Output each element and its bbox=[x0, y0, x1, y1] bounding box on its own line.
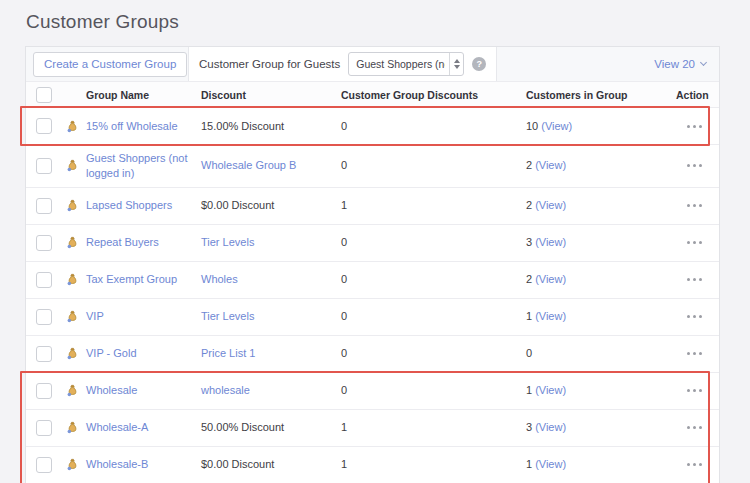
group-name-link[interactable]: Wholesale-B bbox=[86, 451, 201, 478]
customers-count: 2 bbox=[526, 272, 532, 287]
group-name-link[interactable]: Tax Exempt Group bbox=[86, 266, 201, 293]
group-name-link[interactable]: Lapsed Shoppers bbox=[86, 192, 201, 219]
customer-group-icon bbox=[66, 120, 79, 133]
chevron-down-icon bbox=[700, 59, 707, 66]
ellipsis-icon[interactable] bbox=[683, 274, 705, 285]
question-circle-icon[interactable]: ? bbox=[472, 57, 486, 71]
discount-value: $0.00 Discount bbox=[201, 192, 341, 219]
group-name-link[interactable]: Repeat Buyers bbox=[86, 229, 201, 256]
customers-count: 2 bbox=[526, 158, 532, 173]
view-customers-link[interactable]: (View) bbox=[535, 198, 566, 213]
group-name-link[interactable]: Wholesale-A bbox=[86, 414, 201, 441]
group-discounts-count: 0 bbox=[341, 340, 526, 367]
view-customers-link[interactable]: (View) bbox=[535, 420, 566, 435]
guests-group-label: Customer Group for Guests bbox=[199, 58, 340, 70]
table-row: VIP Tier Levels 0 1 (View) bbox=[26, 299, 719, 336]
table-row: Wholesale wholesale 0 1 (View) bbox=[26, 373, 719, 410]
group-name-link[interactable]: 15% off Wholesale bbox=[86, 113, 201, 140]
guests-group-select[interactable]: Guest Shoppers (not logg bbox=[348, 52, 464, 76]
customers-count: 10 bbox=[526, 119, 538, 134]
toolbar-right-section: View 20 bbox=[497, 47, 719, 81]
group-discounts-count: 0 bbox=[341, 229, 526, 256]
discount-link[interactable]: Price List 1 bbox=[201, 340, 341, 367]
customers-count: 2 bbox=[526, 198, 532, 213]
view-per-page-label: View 20 bbox=[654, 58, 695, 70]
toolbar-guests-section: Customer Group for Guests Guest Shoppers… bbox=[189, 47, 497, 81]
ellipsis-icon[interactable] bbox=[683, 200, 705, 211]
discount-link[interactable]: Wholes bbox=[201, 266, 341, 293]
customer-group-icon bbox=[66, 458, 79, 471]
customer-group-icon bbox=[66, 384, 79, 397]
ellipsis-icon[interactable] bbox=[683, 422, 705, 433]
table-row: VIP - Gold Price List 1 0 0 bbox=[26, 336, 719, 373]
view-customers-link[interactable]: (View) bbox=[535, 309, 566, 324]
discount-link[interactable]: Wholesale Group B bbox=[201, 152, 341, 179]
customers-count: 3 bbox=[526, 420, 532, 435]
customers-count: 1 bbox=[526, 383, 532, 398]
discount-value: $0.00 Discount bbox=[201, 451, 341, 478]
group-discounts-count: 1 bbox=[341, 451, 526, 478]
select-all-checkbox[interactable] bbox=[36, 87, 52, 103]
customer-group-icon bbox=[66, 159, 79, 172]
table-body: 15% off Wholesale 15.00% Discount 0 10 (… bbox=[26, 108, 719, 483]
group-discounts-count: 0 bbox=[341, 377, 526, 404]
toolbar: Create a Customer Group Customer Group f… bbox=[26, 47, 719, 82]
view-customers-link[interactable]: (View) bbox=[541, 119, 572, 134]
table-row: Lapsed Shoppers $0.00 Discount 1 2 (View… bbox=[26, 188, 719, 225]
row-checkbox[interactable] bbox=[36, 420, 52, 436]
ellipsis-icon[interactable] bbox=[683, 121, 705, 132]
create-customer-group-button[interactable]: Create a Customer Group bbox=[33, 52, 187, 77]
column-header-customer-group-discounts: Customer Group Discounts bbox=[341, 89, 526, 101]
view-per-page-dropdown[interactable]: View 20 bbox=[654, 58, 706, 70]
customer-group-icon bbox=[66, 347, 79, 360]
ellipsis-icon[interactable] bbox=[683, 348, 705, 359]
discount-link[interactable]: Tier Levels bbox=[201, 229, 341, 256]
customer-groups-panel: Create a Customer Group Customer Group f… bbox=[25, 46, 720, 483]
toolbar-left-section: Create a Customer Group bbox=[26, 47, 189, 81]
group-name-link[interactable]: Wholesale bbox=[86, 377, 201, 404]
customer-group-icon bbox=[66, 421, 79, 434]
column-header-customers-in-group: Customers in Group bbox=[526, 89, 673, 101]
table-row: Wholesale-A 50.00% Discount 1 3 (View) bbox=[26, 410, 719, 447]
column-header-action: Action bbox=[673, 89, 719, 101]
ellipsis-icon[interactable] bbox=[683, 459, 705, 470]
row-checkbox[interactable] bbox=[36, 272, 52, 288]
row-checkbox[interactable] bbox=[36, 383, 52, 399]
customer-group-icon bbox=[66, 273, 79, 286]
row-checkbox[interactable] bbox=[36, 158, 52, 174]
customers-count: 0 bbox=[526, 346, 532, 361]
customer-group-icon bbox=[66, 236, 79, 249]
view-customers-link[interactable]: (View) bbox=[535, 383, 566, 398]
view-customers-link[interactable]: (View) bbox=[535, 457, 566, 472]
guests-group-select-value: Guest Shoppers (not logg bbox=[356, 58, 445, 70]
view-customers-link[interactable]: (View) bbox=[535, 235, 566, 250]
group-name-link[interactable]: Guest Shoppers (not logged in) bbox=[86, 145, 201, 187]
table-row: Repeat Buyers Tier Levels 0 3 (View) bbox=[26, 225, 719, 262]
ellipsis-icon[interactable] bbox=[683, 385, 705, 396]
row-checkbox[interactable] bbox=[36, 346, 52, 362]
table-row: Tax Exempt Group Wholes 0 2 (View) bbox=[26, 262, 719, 299]
customers-count: 1 bbox=[526, 457, 532, 472]
discount-link[interactable]: Tier Levels bbox=[201, 303, 341, 330]
row-checkbox[interactable] bbox=[36, 235, 52, 251]
page-title: Customer Groups bbox=[26, 11, 750, 33]
ellipsis-icon[interactable] bbox=[683, 160, 705, 171]
ellipsis-icon[interactable] bbox=[683, 237, 705, 248]
row-checkbox[interactable] bbox=[36, 457, 52, 473]
discount-link[interactable]: wholesale bbox=[201, 377, 341, 404]
row-checkbox[interactable] bbox=[36, 309, 52, 325]
group-name-link[interactable]: VIP bbox=[86, 303, 201, 330]
group-name-link[interactable]: VIP - Gold bbox=[86, 340, 201, 367]
row-checkbox[interactable] bbox=[36, 198, 52, 214]
view-customers-link[interactable]: (View) bbox=[535, 158, 566, 173]
view-customers-link[interactable]: (View) bbox=[535, 272, 566, 287]
table-row: Wholesale-B $0.00 Discount 1 1 (View) bbox=[26, 447, 719, 483]
table-header: Group Name Discount Customer Group Disco… bbox=[26, 82, 719, 108]
discount-value: 15.00% Discount bbox=[201, 113, 341, 140]
stepper-icon bbox=[449, 53, 463, 75]
group-discounts-count: 1 bbox=[341, 414, 526, 441]
ellipsis-icon[interactable] bbox=[683, 311, 705, 322]
customer-group-icon bbox=[66, 310, 79, 323]
row-checkbox[interactable] bbox=[36, 118, 52, 134]
discount-value: 50.00% Discount bbox=[201, 414, 341, 441]
